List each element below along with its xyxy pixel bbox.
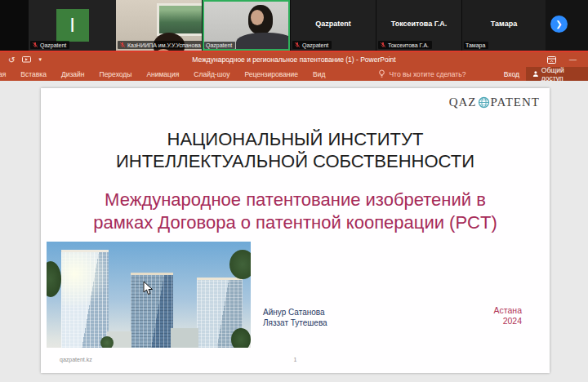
tell-me-label: Что вы хотите сделать? xyxy=(389,70,466,78)
slide-footer: qazpatent.kz xyxy=(60,357,92,362)
participant-name-label: Токсеитова Г.А. xyxy=(378,41,432,49)
participant-tile-kazniipa[interactable]: КазНИИПА им.У.У.Успанова xyxy=(116,0,202,51)
participant-body xyxy=(236,33,290,51)
tab-animations[interactable]: Анимация xyxy=(139,70,186,78)
strip-overflow-area: ❯ xyxy=(546,0,588,51)
participant-face xyxy=(251,10,264,25)
tab-transitions[interactable]: Переходы xyxy=(92,70,140,78)
muted-mic-icon xyxy=(380,42,386,48)
muted-mic-icon xyxy=(294,42,301,48)
ribbon-display-options-icon[interactable] xyxy=(547,56,556,64)
share-label: Общий доступ xyxy=(541,66,581,82)
tab-slideshow[interactable]: Слайд-шоу xyxy=(186,70,237,78)
place: Астана xyxy=(494,305,522,316)
titlebar-right-cluster: Вход Общий доступ xyxy=(504,67,588,81)
buildings-image xyxy=(47,242,251,348)
ribbon-tab-row: Главная Вставка Дизайн Переходы Анимация… xyxy=(0,67,588,81)
authors-block: Айнур Сатанова Ляззат Тутешева xyxy=(263,307,327,328)
tab-view[interactable]: Вид xyxy=(305,70,332,78)
slide-subtitle-line2: рамках Договора о патентной кооперации (… xyxy=(41,211,550,234)
tree xyxy=(229,250,251,279)
tab-insert[interactable]: Вставка xyxy=(13,70,54,78)
participant-display-name: Тамара xyxy=(462,20,546,28)
tower-left xyxy=(61,250,109,348)
zoom-video-strip: I Qazpatent КазНИИПА им.У.У.Успанова Qaz… xyxy=(0,0,588,51)
logo-text-right: PATENT xyxy=(491,96,540,109)
participant-name-label: Тамара xyxy=(464,42,488,49)
slide-page-number: 1 xyxy=(294,357,297,362)
mouse-cursor xyxy=(143,281,154,295)
horses-painting xyxy=(157,3,202,36)
powerpoint-window: ↺ ▾ Международное и региональное патенто… xyxy=(0,52,588,382)
tree xyxy=(100,336,114,348)
slide-title-line1: НАЦИОНАЛЬНЫЙ ИНСТИТУТ xyxy=(41,128,550,150)
participant-tile-qazpatent-1[interactable]: I Qazpatent xyxy=(29,0,116,51)
year: 2024 xyxy=(494,316,522,326)
author-name: Ляззат Тутешева xyxy=(263,318,327,328)
participant-tile-qazpatent-speaker[interactable]: Qazpatent xyxy=(203,0,290,51)
slide-title: НАЦИОНАЛЬНЫЙ ИНСТИТУТ ИНТЕЛЛЕКТУАЛЬНОЙ С… xyxy=(41,128,550,172)
participant-name-label: Qazpatent xyxy=(30,41,69,49)
avatar-letter: I xyxy=(69,14,75,37)
muted-mic-icon xyxy=(32,42,38,48)
share-button[interactable]: Общий доступ xyxy=(526,67,588,81)
participant-name: КазНИИПА им.У.У.Успанова xyxy=(127,42,201,48)
participant-name: Qazpatent xyxy=(206,42,232,48)
powerpoint-titlebar: ↺ ▾ Международное и региональное патенто… xyxy=(0,52,588,67)
participant-tile-qazpatent-2[interactable]: Qazpatent Qazpatent xyxy=(291,0,376,51)
next-participants-button[interactable]: ❯ xyxy=(550,16,568,33)
slide-subtitle-line1: Международное патентование изобретений в xyxy=(41,189,550,211)
tab-review[interactable]: Рецензирование xyxy=(237,70,305,78)
avatar: I xyxy=(56,9,89,42)
slide-title-line2: ИНТЕЛЛЕКТУАЛЬНОЙ СОБСТВЕННОСТИ xyxy=(41,150,550,172)
slide-workspace: QAZ PATENT НАЦИОНАЛЬНЫЙ ИНСТИТУТ ИНТЕЛЛЕ… xyxy=(0,81,588,382)
qazpatent-logo: QAZ PATENT xyxy=(449,96,540,109)
window-title: Международное и региональное патентовани… xyxy=(0,52,588,67)
tree xyxy=(47,261,61,297)
participant-name: Токсеитова Г.А. xyxy=(388,42,429,48)
participant-display-name: Токсеитова Г.А. xyxy=(376,20,461,28)
minimize-button[interactable]: — xyxy=(569,56,577,64)
lightbulb-icon xyxy=(378,69,385,78)
logo-text-left: QAZ xyxy=(449,96,477,109)
screen: I Qazpatent КазНИИПА им.У.У.Успанова Qaz… xyxy=(0,0,588,382)
participant-name: Тамара xyxy=(466,42,485,48)
tree xyxy=(231,328,251,348)
tab-design[interactable]: Дизайн xyxy=(54,70,92,78)
author-name: Айнур Сатанова xyxy=(263,307,327,318)
muted-mic-icon xyxy=(119,42,126,48)
low-building xyxy=(171,328,198,348)
place-year-block: Астана 2024 xyxy=(494,305,522,326)
tell-me-box[interactable]: Что вы хотите сделать? xyxy=(378,69,466,78)
tab-home[interactable]: Главная xyxy=(0,70,13,78)
slide-subtitle: Международное патентование изобретений в… xyxy=(41,189,550,234)
participant-name: Qazpatent xyxy=(302,42,328,48)
slide[interactable]: QAZ PATENT НАЦИОНАЛЬНЫЙ ИНСТИТУТ ИНТЕЛЛЕ… xyxy=(41,88,550,373)
participant-name-label: Qazpatent xyxy=(292,41,332,49)
participant-name-label: Qazpatent xyxy=(204,42,235,49)
participant-tile-tokseitova[interactable]: Токсеитова Г.А. Токсеитова Г.А. xyxy=(376,0,461,51)
window-controls: — xyxy=(547,52,577,67)
participant-tile-tamara[interactable]: Тамара Тамара xyxy=(462,0,546,51)
person-icon xyxy=(532,70,539,78)
sign-in-button[interactable]: Вход xyxy=(504,70,519,78)
globe-icon xyxy=(478,96,490,109)
participant-display-name: Qazpatent xyxy=(291,20,376,28)
chevron-right-icon: ❯ xyxy=(555,20,562,29)
participant-name-label: КазНИИПА им.У.У.Успанова xyxy=(118,41,202,49)
participant-name: Qazpatent xyxy=(40,42,66,48)
